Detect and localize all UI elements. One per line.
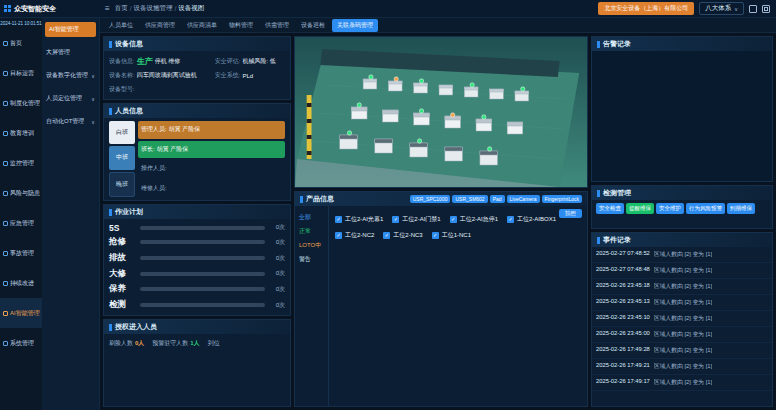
filter-all[interactable]: 全部 bbox=[299, 213, 324, 222]
filter-normal[interactable]: 正常 bbox=[299, 227, 324, 236]
left-column: 设备信息 设备信息: 生产 停机 维修 安全评估: 机械风险: 低 bbox=[103, 36, 291, 407]
personnel-header: 人员信息 bbox=[104, 104, 290, 118]
plan-progressbar[interactable] bbox=[140, 272, 265, 276]
event-row[interactable]: 2025-02-27 07:48:52 区域人数由 [2] 变为 [1] bbox=[592, 247, 772, 263]
plan-progressbar[interactable] bbox=[140, 303, 265, 307]
submenu-item-label: 自动化OT管理 bbox=[46, 117, 84, 126]
event-message: 区域人数由 [2] 变为 [1] bbox=[654, 266, 712, 275]
sidebar-item-goals[interactable]: 目标运营 bbox=[0, 58, 42, 88]
device-button-usr-spc1000[interactable]: USR_SPC1000 bbox=[410, 195, 451, 203]
alarm-records-panel: 告警记录 bbox=[591, 36, 773, 182]
device-button-live-camera[interactable]: LiveCamera bbox=[507, 195, 540, 203]
company-button[interactable]: 北京安全设备（上海）有限公司 bbox=[598, 2, 694, 15]
checkbox-icon[interactable]: ✓ bbox=[335, 216, 342, 223]
tab-supplier-mgmt[interactable]: 供应商管理 bbox=[140, 19, 180, 32]
filter-warning[interactable]: 警告 bbox=[299, 255, 324, 264]
tab-linked-barcode[interactable]: 关联条码管理 bbox=[332, 19, 378, 32]
submenu-item-personnel-location[interactable]: 人员定位管理 ∨ bbox=[42, 87, 99, 110]
breadcrumb-home[interactable]: 首页 bbox=[115, 4, 128, 13]
fullscreen-icon[interactable] bbox=[749, 5, 757, 13]
checkbox-icon[interactable]: ✓ bbox=[432, 232, 439, 239]
event-row[interactable]: 2025-02-26 23:45:00 区域人数由 [2] 变为 [1] bbox=[592, 327, 772, 343]
filter-loto[interactable]: LOTO中 bbox=[299, 241, 324, 250]
event-row[interactable]: 2025-02-26 17:49:28 区域人数由 [2] 变为 [1] bbox=[592, 343, 772, 359]
event-row[interactable]: 2025-02-27 07:48:48 区域人数由 [2] 变为 [1] bbox=[592, 263, 772, 279]
shift-day-tab[interactable]: 白班 bbox=[109, 121, 135, 144]
factory-3d-view[interactable] bbox=[294, 36, 588, 188]
station-item-nc2[interactable]: ✓ 工位2-NC2 bbox=[335, 231, 374, 240]
safety-check-button[interactable]: 安全检查 bbox=[596, 203, 624, 214]
shift-night-tab[interactable]: 晚班 bbox=[109, 172, 135, 197]
station-item-access-control[interactable]: ✓ 工位2-AI门禁1 bbox=[392, 215, 440, 224]
checkbox-icon[interactable]: ✓ bbox=[507, 216, 514, 223]
event-row[interactable]: 2025-02-26 23:45:10 区域人数由 [2] 变为 [1] bbox=[592, 311, 772, 327]
sidebar-item-risk[interactable]: 风险与隐患 bbox=[0, 178, 42, 208]
breadcrumb-level1[interactable]: 设备设施管理 bbox=[133, 4, 172, 13]
behavior-risk-button[interactable]: 行为风险预警 bbox=[686, 203, 725, 214]
breadcrumb-level2[interactable]: 设备视图 bbox=[178, 4, 204, 13]
tab-material-mgmt[interactable]: 物料管理 bbox=[224, 19, 258, 32]
plan-label: 抢修 bbox=[109, 236, 136, 248]
device-button-pad[interactable]: Pad bbox=[490, 195, 505, 203]
sidebar-item-label: AI智能管理 bbox=[10, 309, 40, 318]
checkbox-icon[interactable]: ✓ bbox=[383, 232, 390, 239]
sidebar-item-emergency[interactable]: 应急管理 bbox=[0, 208, 42, 238]
panel-bullet bbox=[597, 237, 600, 244]
shift-middle-tab[interactable]: 中班 bbox=[109, 146, 135, 169]
plan-count: 0次 bbox=[269, 238, 285, 247]
tab-supplier-list[interactable]: 供应商清单 bbox=[182, 19, 222, 32]
plan-progressbar[interactable] bbox=[140, 240, 265, 244]
sidebar-item-system-mgmt[interactable]: 制度化管理 bbox=[0, 88, 42, 118]
sidebar-item-incidents[interactable]: 事故管理 bbox=[0, 238, 42, 268]
sidebar-item-training[interactable]: 教育培训 bbox=[0, 118, 42, 148]
due-maintenance-button[interactable]: 到期维保 bbox=[727, 203, 755, 214]
tab-personnel-unit[interactable]: 人员单位 bbox=[104, 19, 138, 32]
sidebar-item-monitoring[interactable]: 监控管理 bbox=[0, 148, 42, 178]
device-button-fingerprint[interactable]: FingerprintLock bbox=[542, 195, 582, 203]
plan-progressbar[interactable] bbox=[140, 226, 265, 230]
event-row[interactable]: 2025-02-26 23:45:18 区域人数由 [2] 变为 [1] bbox=[592, 279, 772, 295]
sidebar-item-ai-management[interactable]: AI智能管理 bbox=[0, 298, 42, 328]
checkbox-icon[interactable]: ✓ bbox=[392, 216, 399, 223]
device-info-header: 设备信息 bbox=[104, 37, 290, 51]
menu-toggle-icon[interactable]: ≡ bbox=[105, 4, 110, 13]
submenu-item-screen-mgmt[interactable]: 大屏管理 bbox=[42, 41, 99, 64]
event-row[interactable]: 2025-02-26 23:45:13 区域人数由 [2] 变为 [1] bbox=[592, 295, 772, 311]
maintenance-reminder-button[interactable]: 提醒维保 bbox=[626, 203, 654, 214]
submenu-item-label: 大屏管理 bbox=[46, 48, 70, 57]
sidebar-item-label: 系统管理 bbox=[10, 339, 34, 348]
stat-value: 1人 bbox=[190, 339, 199, 348]
device-button-usr-sm602[interactable]: USR_SM602 bbox=[452, 195, 487, 203]
event-row[interactable]: 2025-02-26 17:49:21 区域人数由 [2] 变为 [1] bbox=[592, 359, 772, 375]
event-row[interactable]: 2025-02-26 17:49:17 区域人数由 [2] 变为 [1] bbox=[592, 375, 772, 391]
plan-progressbar[interactable] bbox=[140, 256, 265, 260]
station-item-aibox[interactable]: ✓ 工位2-AIBOX1 bbox=[507, 215, 556, 224]
capture-button[interactable]: 拍照 bbox=[559, 209, 582, 218]
apps-icon[interactable] bbox=[762, 5, 770, 13]
checkbox-icon[interactable]: ✓ bbox=[335, 232, 342, 239]
sidebar-item-settings[interactable]: 系统管理 bbox=[0, 328, 42, 358]
safety-maintenance-button[interactable]: 安全维护 bbox=[656, 203, 684, 214]
station-item-estop[interactable]: ✓ 工位2-AI急停1 bbox=[450, 215, 498, 224]
panel-title: 告警记录 bbox=[603, 39, 631, 49]
role-value: 胡翼 产险保 bbox=[157, 145, 189, 154]
body-row: 2024-11-21 10:01:51 首页 目标运营 制度化管理 教育培训 监… bbox=[0, 18, 776, 410]
sidebar-item-label: 风险与隐患 bbox=[10, 189, 40, 198]
system-select[interactable]: 八大体系 ∨ bbox=[699, 2, 744, 15]
shift-column: 白班 中班 晚班 bbox=[109, 121, 135, 197]
plan-progressbar[interactable] bbox=[140, 287, 265, 291]
book-icon bbox=[3, 131, 8, 136]
submenu-header-ai-management[interactable]: AI智能管理 bbox=[45, 22, 96, 37]
station-item-nc3[interactable]: ✓ 工位2-NC3 bbox=[383, 231, 422, 240]
checkbox-icon[interactable]: ✓ bbox=[450, 216, 457, 223]
submenu-item-device-digital[interactable]: 设备数字化管理 ∨ bbox=[42, 64, 99, 87]
station-item-nc1[interactable]: ✓ 工位1-NC1 bbox=[432, 231, 471, 240]
sidebar-item-improvement[interactable]: 持续改进 bbox=[0, 268, 42, 298]
sidebar-item-home[interactable]: 首页 bbox=[0, 28, 42, 58]
station-label: 工位2-AI急停1 bbox=[460, 215, 498, 224]
plan-row-inspection: 检测 0次 bbox=[109, 299, 285, 311]
submenu-item-ot-automation[interactable]: 自动化OT管理 ∨ bbox=[42, 110, 99, 133]
station-item-light-curtain[interactable]: ✓ 工位2-AI光幕1 bbox=[335, 215, 383, 224]
tab-device-inspection[interactable]: 设备巡检 bbox=[296, 19, 330, 32]
tab-supply-demand[interactable]: 供需管理 bbox=[260, 19, 294, 32]
